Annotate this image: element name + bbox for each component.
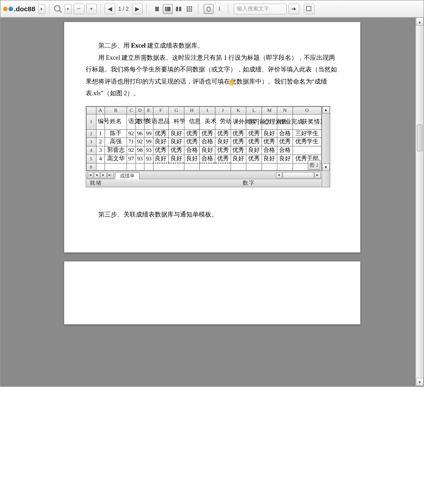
cell[interactable]: 优秀 [246, 138, 262, 146]
scroll-track[interactable] [416, 26, 424, 378]
col-N[interactable]: N [277, 106, 293, 114]
cell[interactable]: 优秀 [200, 129, 215, 138]
cell[interactable]: 良好 [169, 129, 184, 138]
cell[interactable]: 92 [136, 138, 144, 146]
cell[interactable]: 优秀 [231, 138, 246, 146]
cell[interactable]: 93 [144, 155, 153, 163]
select-all-cell[interactable] [86, 106, 96, 114]
cell[interactable]: 优秀 [262, 138, 277, 146]
cell[interactable]: 优秀 [231, 129, 246, 138]
cell[interactable]: 三好学生 [293, 129, 321, 138]
sheet-prev-button[interactable]: ◂ [94, 172, 100, 178]
cell[interactable]: 优秀 [184, 129, 200, 138]
row-hdr-4[interactable]: 4 [86, 146, 96, 155]
cell[interactable]: 合格 [200, 138, 215, 146]
cell[interactable]: 优秀 [246, 155, 262, 163]
row-hdr-5[interactable]: 5 [86, 155, 96, 163]
cell[interactable]: 优秀 [169, 146, 184, 155]
view-continuous-icon[interactable] [163, 4, 173, 14]
zoom-in-button[interactable]: + [86, 4, 97, 14]
cell[interactable]: 陈干 [105, 129, 127, 138]
col-F[interactable]: F [153, 106, 169, 114]
row-hdr-2[interactable]: 2 [86, 129, 96, 138]
fullscreen-button[interactable] [304, 4, 315, 14]
cell[interactable]: 96 [136, 129, 144, 138]
hscroll-left-button[interactable]: ◂ [276, 172, 282, 178]
col-K[interactable]: K [231, 106, 246, 114]
cell[interactable]: 良好 [215, 138, 231, 146]
sheet-first-button[interactable]: |◂ [87, 172, 93, 178]
vscroll-down-button[interactable]: ▾ [322, 164, 330, 171]
cell[interactable]: 高文华 [105, 155, 127, 163]
col-M[interactable]: M [262, 106, 277, 114]
cell[interactable]: 合格 [277, 146, 293, 155]
col-B[interactable]: B [105, 106, 127, 114]
cell[interactable]: 优秀学生 [293, 138, 321, 146]
cell[interactable]: 4 [96, 155, 105, 163]
search-icon[interactable] [53, 4, 63, 14]
vscroll-up-button[interactable]: ▴ [322, 106, 330, 114]
text-select-tool-icon[interactable]: I [214, 4, 224, 14]
hand-tool-icon[interactable] [204, 4, 214, 14]
col-I[interactable]: I [200, 106, 215, 114]
cell[interactable]: 3 [96, 146, 105, 155]
hscroll-right-button[interactable]: ▸ [315, 172, 321, 178]
cell[interactable]: 优秀 [215, 155, 231, 163]
col-J[interactable]: J [215, 106, 231, 114]
cell[interactable]: 97 [127, 155, 136, 163]
col-O[interactable]: O [293, 106, 321, 114]
cell[interactable]: 良好 [262, 129, 277, 138]
scroll-down-button[interactable]: ▾ [416, 378, 424, 386]
sheet-next-button[interactable]: ▸ [101, 172, 107, 178]
cell[interactable]: 郭晋志 [105, 146, 127, 155]
scroll-up-button[interactable]: ▴ [416, 18, 424, 26]
zoom-out-button[interactable]: − [74, 4, 84, 14]
col-G[interactable]: G [169, 106, 184, 114]
cell[interactable]: 优秀 [277, 138, 293, 146]
cell[interactable]: 合格 [277, 129, 293, 138]
col-C[interactable]: C [127, 106, 136, 114]
brand-dropdown[interactable]: ▾ [38, 4, 45, 14]
row-hdr-1[interactable]: 1 [86, 114, 96, 129]
cell[interactable]: 良好 [153, 155, 169, 163]
col-D[interactable]: D [136, 106, 144, 114]
view-thumbnail-icon[interactable] [184, 4, 194, 14]
search-input[interactable]: 输入搜索文字 [234, 4, 287, 14]
col-H[interactable]: H [184, 106, 200, 114]
cell[interactable]: 良好 [262, 155, 277, 163]
cell[interactable]: 良好 [277, 155, 293, 163]
row-hdr-6[interactable]: 6 [86, 163, 96, 171]
cell[interactable]: 良好 [246, 146, 262, 155]
cell[interactable]: 良好 [200, 146, 215, 155]
cell[interactable]: 良好 [169, 155, 184, 163]
col-L[interactable]: L [246, 106, 262, 114]
cell[interactable]: 合格 [262, 146, 277, 155]
sheet-last-button[interactable]: ▸| [107, 172, 114, 178]
cell[interactable]: 优秀 [215, 129, 231, 138]
search-dropdown[interactable]: ▾ [65, 4, 72, 14]
cell[interactable]: 98 [136, 146, 144, 155]
cell[interactable]: 93 [144, 146, 153, 155]
cell[interactable]: 93 [136, 155, 144, 163]
cell[interactable]: 优秀 [153, 129, 169, 138]
excel-vscroll[interactable]: ▴ ▾ [322, 106, 330, 187]
cell[interactable]: 2 [96, 138, 105, 146]
cell[interactable]: 良好 [184, 155, 200, 163]
cell[interactable]: 92 [127, 129, 136, 138]
hscroll-track[interactable] [283, 172, 314, 178]
row-hdr-3[interactable]: 3 [86, 138, 96, 146]
sheet-tab-active[interactable]: 成绩单 [115, 172, 140, 179]
cell[interactable]: 良好 [153, 138, 169, 146]
cell[interactable]: 优秀 [215, 146, 231, 155]
cell[interactable]: 92 [127, 146, 136, 155]
cell[interactable]: 合格 [184, 146, 200, 155]
prev-page-button[interactable]: ◀ [105, 4, 115, 14]
cell[interactable]: 优秀 [246, 129, 262, 138]
cell[interactable] [293, 146, 321, 155]
scroll-thumb[interactable] [417, 124, 423, 151]
cell[interactable]: 99 [144, 129, 153, 138]
cell[interactable]: 99 [144, 138, 153, 146]
cell[interactable]: 高强 [105, 138, 127, 146]
cell[interactable]: 优秀 [184, 138, 200, 146]
cell[interactable]: 优秀 [231, 146, 246, 155]
